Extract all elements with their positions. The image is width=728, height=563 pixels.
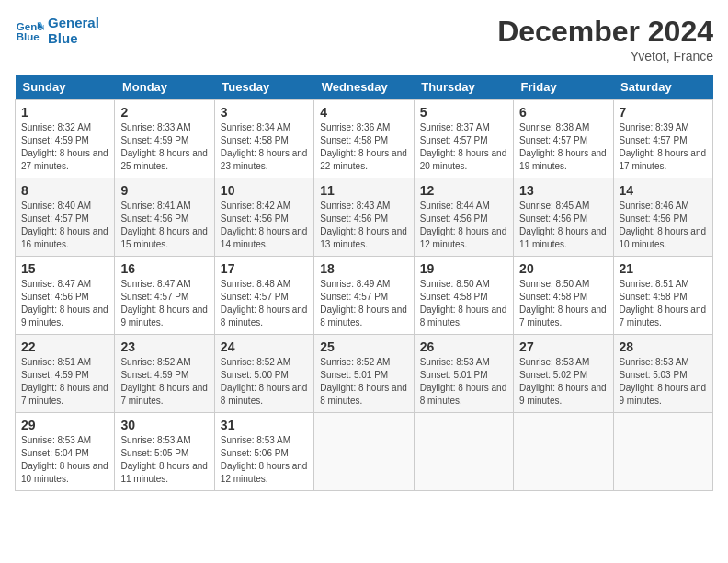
calendar-day-cell: 29Sunrise: 8:53 AMSunset: 5:04 PMDayligh… bbox=[16, 413, 115, 491]
day-number: 23 bbox=[120, 339, 208, 354]
calendar-day-cell: 14Sunrise: 8:46 AMSunset: 4:56 PMDayligh… bbox=[613, 178, 712, 257]
day-info: Sunrise: 8:42 AMSunset: 4:56 PMDaylight:… bbox=[221, 200, 308, 251]
svg-text:Blue: Blue bbox=[17, 31, 40, 42]
day-info: Sunrise: 8:50 AMSunset: 4:58 PMDaylight:… bbox=[519, 278, 607, 329]
calendar-day-cell: 10Sunrise: 8:42 AMSunset: 4:56 PMDayligh… bbox=[214, 178, 313, 257]
calendar-day-cell: 18Sunrise: 8:49 AMSunset: 4:57 PMDayligh… bbox=[314, 257, 414, 335]
day-number: 31 bbox=[221, 418, 308, 432]
calendar-day-cell: 17Sunrise: 8:48 AMSunset: 4:57 PMDayligh… bbox=[214, 257, 313, 335]
calendar-day-cell: 12Sunrise: 8:44 AMSunset: 4:56 PMDayligh… bbox=[414, 178, 513, 257]
day-number: 30 bbox=[120, 418, 208, 432]
day-info: Sunrise: 8:52 AMSunset: 5:00 PMDaylight:… bbox=[221, 356, 308, 408]
title-area: December 2024 Yvetot, France bbox=[497, 15, 713, 63]
logo-icon: General Blue bbox=[15, 16, 44, 45]
day-number: 17 bbox=[221, 261, 308, 276]
day-number: 20 bbox=[519, 261, 607, 276]
day-number: 13 bbox=[519, 183, 607, 198]
calendar-day-cell: 16Sunrise: 8:47 AMSunset: 4:57 PMDayligh… bbox=[115, 257, 214, 335]
day-number: 7 bbox=[620, 105, 707, 120]
day-number: 21 bbox=[620, 261, 707, 276]
calendar-day-cell: 30Sunrise: 8:53 AMSunset: 5:05 PMDayligh… bbox=[115, 413, 214, 491]
day-info: Sunrise: 8:41 AMSunset: 4:56 PMDaylight:… bbox=[120, 200, 208, 251]
calendar-day-cell: 19Sunrise: 8:50 AMSunset: 4:58 PMDayligh… bbox=[414, 257, 513, 335]
calendar-day-cell: 13Sunrise: 8:45 AMSunset: 4:56 PMDayligh… bbox=[514, 178, 613, 257]
month-title: December 2024 bbox=[497, 15, 713, 49]
day-info: Sunrise: 8:52 AMSunset: 5:01 PMDaylight:… bbox=[320, 356, 407, 408]
day-info: Sunrise: 8:34 AMSunset: 4:58 PMDaylight:… bbox=[221, 121, 308, 173]
calendar-day-cell bbox=[314, 413, 414, 491]
calendar-week-row: 15Sunrise: 8:47 AMSunset: 4:56 PMDayligh… bbox=[16, 257, 713, 335]
calendar-day-cell: 25Sunrise: 8:52 AMSunset: 5:01 PMDayligh… bbox=[314, 335, 414, 413]
day-info: Sunrise: 8:53 AMSunset: 5:06 PMDaylight:… bbox=[221, 434, 308, 486]
day-info: Sunrise: 8:43 AMSunset: 4:56 PMDaylight:… bbox=[320, 200, 407, 251]
day-info: Sunrise: 8:44 AMSunset: 4:56 PMDaylight:… bbox=[420, 200, 507, 251]
calendar-day-cell bbox=[414, 413, 513, 491]
day-number: 11 bbox=[320, 183, 407, 198]
day-number: 10 bbox=[221, 183, 308, 198]
day-number: 3 bbox=[221, 105, 308, 120]
calendar-day-cell: 28Sunrise: 8:53 AMSunset: 5:03 PMDayligh… bbox=[613, 335, 712, 413]
day-info: Sunrise: 8:45 AMSunset: 4:56 PMDaylight:… bbox=[519, 200, 607, 251]
logo-subtext: Blue bbox=[48, 30, 99, 46]
day-info: Sunrise: 8:40 AMSunset: 4:57 PMDaylight:… bbox=[21, 200, 108, 251]
calendar-day-cell: 20Sunrise: 8:50 AMSunset: 4:58 PMDayligh… bbox=[514, 257, 613, 335]
calendar-day-cell: 9Sunrise: 8:41 AMSunset: 4:56 PMDaylight… bbox=[115, 178, 214, 257]
day-info: Sunrise: 8:50 AMSunset: 4:58 PMDaylight:… bbox=[420, 278, 507, 329]
calendar-day-cell: 15Sunrise: 8:47 AMSunset: 4:56 PMDayligh… bbox=[16, 257, 115, 335]
day-number: 22 bbox=[21, 339, 108, 354]
day-info: Sunrise: 8:53 AMSunset: 5:02 PMDaylight:… bbox=[519, 356, 607, 408]
logo-text: General bbox=[48, 15, 99, 30]
calendar-day-cell bbox=[514, 413, 613, 491]
calendar-day-cell: 6Sunrise: 8:38 AMSunset: 4:57 PMDaylight… bbox=[514, 100, 613, 178]
day-number: 9 bbox=[120, 183, 208, 198]
day-info: Sunrise: 8:38 AMSunset: 4:57 PMDaylight:… bbox=[519, 121, 607, 173]
weekday-header-wednesday: Wednesday bbox=[314, 75, 414, 100]
calendar-day-cell: 27Sunrise: 8:53 AMSunset: 5:02 PMDayligh… bbox=[514, 335, 613, 413]
day-number: 2 bbox=[120, 105, 208, 120]
day-info: Sunrise: 8:51 AMSunset: 4:59 PMDaylight:… bbox=[21, 356, 108, 408]
calendar-day-cell: 11Sunrise: 8:43 AMSunset: 4:56 PMDayligh… bbox=[314, 178, 414, 257]
day-info: Sunrise: 8:32 AMSunset: 4:59 PMDaylight:… bbox=[21, 121, 108, 173]
location: Yvetot, France bbox=[497, 49, 713, 63]
calendar-week-row: 8Sunrise: 8:40 AMSunset: 4:57 PMDaylight… bbox=[16, 178, 713, 257]
day-number: 19 bbox=[420, 261, 507, 276]
day-info: Sunrise: 8:47 AMSunset: 4:56 PMDaylight:… bbox=[21, 278, 108, 329]
day-number: 12 bbox=[420, 183, 507, 198]
page-header: General Blue General Blue December 2024 … bbox=[15, 15, 713, 63]
calendar-day-cell: 7Sunrise: 8:39 AMSunset: 4:57 PMDaylight… bbox=[613, 100, 712, 178]
weekday-header-thursday: Thursday bbox=[414, 75, 513, 100]
calendar-day-cell bbox=[613, 413, 712, 491]
day-number: 4 bbox=[320, 105, 407, 120]
calendar-day-cell: 4Sunrise: 8:36 AMSunset: 4:58 PMDaylight… bbox=[314, 100, 414, 178]
day-number: 5 bbox=[420, 105, 507, 120]
weekday-header-saturday: Saturday bbox=[613, 75, 712, 100]
day-number: 24 bbox=[221, 339, 308, 354]
calendar-day-cell: 31Sunrise: 8:53 AMSunset: 5:06 PMDayligh… bbox=[214, 413, 313, 491]
day-info: Sunrise: 8:49 AMSunset: 4:57 PMDaylight:… bbox=[320, 278, 407, 329]
calendar-day-cell: 3Sunrise: 8:34 AMSunset: 4:58 PMDaylight… bbox=[214, 100, 313, 178]
calendar-day-cell: 22Sunrise: 8:51 AMSunset: 4:59 PMDayligh… bbox=[16, 335, 115, 413]
day-number: 6 bbox=[519, 105, 607, 120]
calendar-week-row: 29Sunrise: 8:53 AMSunset: 5:04 PMDayligh… bbox=[16, 413, 713, 491]
day-number: 29 bbox=[21, 418, 108, 432]
day-info: Sunrise: 8:37 AMSunset: 4:57 PMDaylight:… bbox=[420, 121, 507, 173]
logo: General Blue General Blue bbox=[15, 15, 99, 47]
calendar-week-row: 1Sunrise: 8:32 AMSunset: 4:59 PMDaylight… bbox=[16, 100, 713, 178]
weekday-header-row: SundayMondayTuesdayWednesdayThursdayFrid… bbox=[16, 75, 713, 100]
day-info: Sunrise: 8:51 AMSunset: 4:58 PMDaylight:… bbox=[620, 278, 707, 329]
day-number: 1 bbox=[21, 105, 108, 120]
day-info: Sunrise: 8:53 AMSunset: 5:03 PMDaylight:… bbox=[620, 356, 707, 408]
day-number: 16 bbox=[120, 261, 208, 276]
weekday-header-monday: Monday bbox=[115, 75, 214, 100]
day-number: 18 bbox=[320, 261, 407, 276]
calendar-day-cell: 5Sunrise: 8:37 AMSunset: 4:57 PMDaylight… bbox=[414, 100, 513, 178]
day-number: 26 bbox=[420, 339, 507, 354]
day-info: Sunrise: 8:39 AMSunset: 4:57 PMDaylight:… bbox=[620, 121, 707, 173]
calendar-week-row: 22Sunrise: 8:51 AMSunset: 4:59 PMDayligh… bbox=[16, 335, 713, 413]
calendar-day-cell: 1Sunrise: 8:32 AMSunset: 4:59 PMDaylight… bbox=[16, 100, 115, 178]
day-info: Sunrise: 8:53 AMSunset: 5:05 PMDaylight:… bbox=[120, 434, 208, 486]
day-number: 28 bbox=[620, 339, 707, 354]
calendar-day-cell: 21Sunrise: 8:51 AMSunset: 4:58 PMDayligh… bbox=[613, 257, 712, 335]
day-number: 8 bbox=[21, 183, 108, 198]
day-number: 25 bbox=[320, 339, 407, 354]
